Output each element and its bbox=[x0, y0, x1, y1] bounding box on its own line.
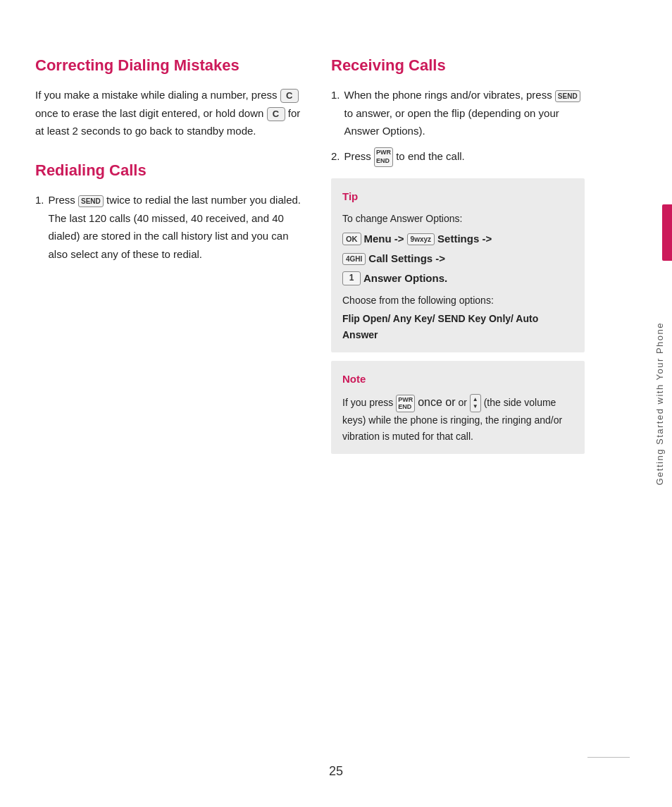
end-key: PWREND bbox=[374, 147, 393, 166]
side-label: Getting Started with Your Phone bbox=[654, 322, 665, 486]
receiving-heading: Receiving Calls bbox=[331, 56, 585, 75]
send-key-receive: SEND bbox=[555, 90, 580, 102]
item2-num: 2. bbox=[331, 147, 340, 167]
correcting-text1: If you make a mistake while dialing a nu… bbox=[35, 89, 278, 101]
receiving-list: 1. When the phone rings and/or vibrates,… bbox=[331, 86, 585, 166]
tip-call-settings: Call Settings -> bbox=[368, 250, 445, 267]
note-body: If you press PWREND once or or (the side… bbox=[342, 393, 573, 444]
tip-line1: To change Answer Options: bbox=[342, 211, 573, 226]
redialing-heading: Redialing Calls bbox=[35, 161, 303, 180]
correcting-section: Correcting Dialing Mistakes If you make … bbox=[35, 56, 303, 140]
correcting-heading: Correcting Dialing Mistakes bbox=[35, 56, 303, 75]
correcting-body: If you make a mistake while dialing a nu… bbox=[35, 86, 303, 140]
four-key: 4GHI bbox=[342, 253, 366, 265]
page-container: Correcting Dialing Mistakes If you make … bbox=[0, 0, 672, 807]
main-columns: Correcting Dialing Mistakes If you make … bbox=[35, 56, 637, 454]
note-box: Note If you press PWREND once or or (the… bbox=[331, 361, 585, 454]
end-key-note: PWREND bbox=[396, 395, 415, 413]
left-column: Correcting Dialing Mistakes If you make … bbox=[35, 56, 303, 454]
vol-key-icon bbox=[470, 394, 481, 412]
c-key-icon: C bbox=[280, 89, 299, 103]
tip-answer-options: Answer Options. bbox=[363, 270, 447, 287]
tip-choose: Choose from the following options: bbox=[342, 292, 573, 308]
c-key-icon2: C bbox=[267, 107, 285, 121]
side-tab bbox=[662, 204, 672, 261]
tip-menu-line1: OK Menu -> 9wxyz Settings -> bbox=[342, 230, 573, 247]
one-key: 1 bbox=[342, 271, 361, 285]
tip-options: Flip Open/ Any Key/ SEND Key Only/ Auto … bbox=[342, 311, 573, 343]
send-key: SEND bbox=[78, 195, 104, 207]
redialing-list: 1. Press SEND twice to redial the last n… bbox=[35, 191, 303, 263]
item1-text: Press SEND twice to redial the last numb… bbox=[49, 191, 303, 263]
redialing-section: Redialing Calls 1. Press SEND twice to r… bbox=[35, 161, 303, 263]
ok-key: OK bbox=[342, 233, 361, 245]
tip-label: Tip bbox=[342, 188, 573, 205]
redialing-item1: 1. Press SEND twice to redial the last n… bbox=[35, 191, 303, 263]
item1-num: 1. bbox=[331, 86, 340, 140]
tip-menu-text2: Settings -> bbox=[437, 230, 492, 247]
once-text: once or bbox=[418, 396, 455, 408]
tip-menu-line3: 1 Answer Options. bbox=[342, 270, 573, 287]
correcting-text2: once to erase the last digit entered, or… bbox=[35, 107, 263, 119]
tip-menu-line2: 4GHI Call Settings -> bbox=[342, 250, 573, 267]
right-column: Receiving Calls 1. When the phone rings … bbox=[331, 56, 585, 454]
redialing-body: 1. Press SEND twice to redial the last n… bbox=[35, 191, 303, 263]
receiving-item1: 1. When the phone rings and/or vibrates,… bbox=[331, 86, 585, 140]
item2-text: Press PWREND to end the call. bbox=[344, 147, 465, 167]
or-text: or bbox=[458, 397, 469, 408]
bottom-rule bbox=[587, 757, 630, 758]
receiving-section: Receiving Calls 1. When the phone rings … bbox=[331, 56, 585, 167]
receiving-item2: 2. Press PWREND to end the call. bbox=[331, 147, 585, 167]
note-label: Note bbox=[342, 371, 573, 388]
side-label-wrapper: Getting Started with Your Phone bbox=[647, 0, 672, 807]
item1-num: 1. bbox=[35, 191, 44, 263]
tip-menu-text1: Menu -> bbox=[364, 230, 404, 247]
page-number: 25 bbox=[329, 764, 343, 779]
tip-box: Tip To change Answer Options: OK Menu ->… bbox=[331, 178, 585, 353]
item1-text: When the phone rings and/or vibrates, pr… bbox=[344, 86, 585, 140]
nine-key: 9wxyz bbox=[407, 233, 435, 245]
